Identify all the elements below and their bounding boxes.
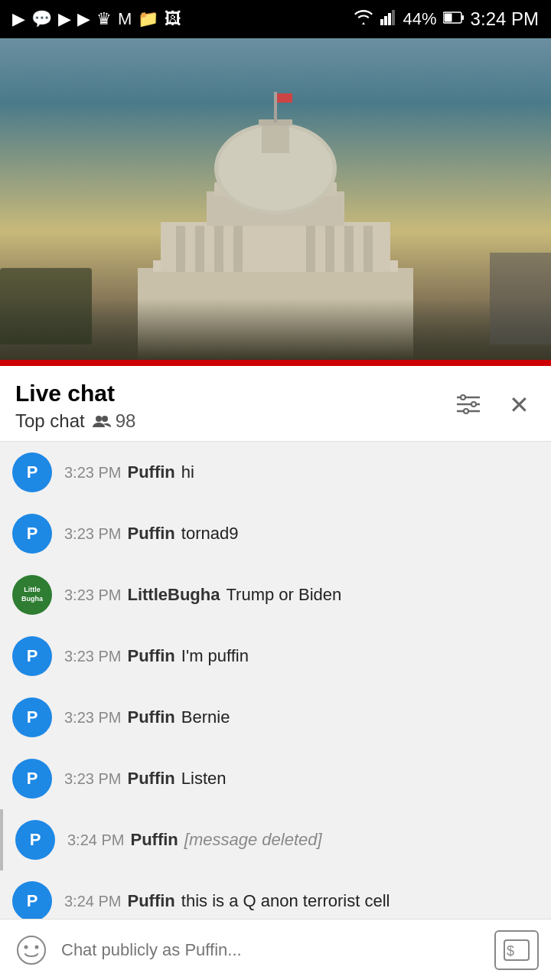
svg-rect-16: [325, 226, 334, 272]
message-text: Trump or Biden: [226, 585, 341, 605]
svg-rect-36: [277, 93, 292, 103]
message-time: 3:23 PM: [64, 586, 121, 604]
chat-bubble-icon: 💬: [31, 9, 52, 29]
message-author: Puffin: [127, 646, 174, 666]
message-time: 3:23 PM: [64, 709, 121, 727]
svg-rect-18: [364, 226, 373, 272]
message-time: 3:24 PM: [64, 893, 121, 910]
svg-rect-0: [380, 19, 383, 25]
header-actions: ✕: [449, 380, 536, 426]
chat-input-bar: $: [0, 919, 551, 980]
svg-text:Bugha: Bugha: [21, 595, 44, 603]
svg-text:$: $: [507, 943, 514, 959]
chat-message: P3:24 PMPuffin[message deleted]: [0, 809, 551, 871]
svg-point-49: [24, 945, 28, 949]
message-time: 3:23 PM: [64, 770, 121, 788]
svg-rect-1: [384, 16, 387, 25]
close-button[interactable]: ✕: [503, 384, 536, 426]
emoji-button[interactable]: [12, 931, 51, 969]
svg-rect-17: [344, 226, 354, 272]
send-button[interactable]: $: [494, 930, 539, 970]
svg-point-38: [102, 416, 108, 422]
svg-rect-15: [306, 226, 315, 272]
chat-message: P3:23 PMPuffinI'm puffin: [0, 626, 551, 687]
live-chat-header: Live chat Top chat 98: [0, 366, 551, 442]
emoji-icon: [16, 935, 47, 965]
avatar: Little Bugha: [12, 575, 52, 615]
battery-percent: 44%: [403, 9, 437, 29]
signal-icon: [380, 8, 397, 30]
message-text: Listen: [181, 769, 227, 789]
avatar: P: [12, 697, 52, 737]
video-player[interactable]: [0, 38, 551, 360]
svg-point-44: [464, 409, 468, 413]
message-author: Puffin: [127, 769, 174, 789]
chat-message: Little Bugha 3:23 PMLittleBughaTrump or …: [0, 564, 551, 626]
svg-point-48: [18, 936, 45, 964]
avatar: P: [12, 881, 52, 921]
svg-rect-3: [392, 10, 395, 25]
chat-message: P3:23 PMPuffinhi: [0, 442, 551, 503]
top-chat-row: Top chat 98: [15, 410, 135, 432]
live-chat-title: Live chat: [15, 380, 135, 407]
svg-point-43: [471, 402, 476, 407]
svg-rect-33: [262, 122, 289, 153]
svg-point-50: [35, 945, 39, 949]
svg-point-42: [461, 395, 465, 400]
message-time: 3:24 PM: [67, 831, 124, 849]
svg-rect-35: [274, 92, 277, 122]
viewer-icon: [93, 413, 111, 429]
message-author: LittleBugha: [127, 585, 220, 605]
youtube2-icon: ▶: [58, 9, 71, 29]
chat-message: P3:23 PMPuffinBernie: [0, 687, 551, 748]
video-progress-bar[interactable]: [0, 360, 551, 366]
filter-icon: [455, 393, 481, 416]
mastodon-icon: M: [118, 9, 132, 29]
svg-rect-14: [233, 226, 243, 272]
message-text: Bernie: [181, 707, 230, 727]
svg-point-37: [96, 416, 102, 422]
status-time: 3:24 PM: [471, 8, 539, 30]
message-text: I'm puffin: [181, 646, 249, 666]
message-content: 3:23 PMPuffinBernie: [64, 707, 539, 727]
status-bar: ▶ 💬 ▶ ▶ ♛ M 📁 🖼 44%: [0, 0, 551, 38]
avatar: P: [12, 759, 52, 799]
top-chat-label[interactable]: Top chat: [15, 410, 85, 432]
chat-header-left: Live chat Top chat 98: [15, 380, 135, 432]
svg-rect-5: [461, 15, 464, 20]
message-text: [message deleted]: [184, 830, 322, 850]
message-content: 3:23 PMPuffinListen: [64, 769, 539, 789]
message-content: 3:23 PMLittleBughaTrump or Biden: [64, 585, 539, 605]
status-icons-left: ▶ 💬 ▶ ▶ ♛ M 📁 🖼: [12, 9, 181, 29]
folder-icon: 📁: [138, 9, 158, 29]
message-text: this is a Q anon terrorist cell: [181, 891, 390, 911]
message-time: 3:23 PM: [64, 648, 121, 665]
message-author: Puffin: [127, 891, 174, 911]
chat-message: P3:23 PMPuffintornad9: [0, 503, 551, 564]
crown-icon: ♛: [96, 9, 112, 29]
status-icons-right: 44% 3:24 PM: [353, 8, 539, 30]
svg-rect-12: [195, 226, 204, 272]
message-time: 3:23 PM: [64, 525, 121, 543]
viewer-count: 98: [93, 410, 136, 432]
message-content: 3:24 PMPuffin[message deleted]: [67, 830, 539, 850]
avatar: P: [12, 636, 52, 676]
message-author: Puffin: [127, 524, 174, 544]
message-author: Puffin: [127, 462, 174, 482]
svg-rect-11: [176, 226, 185, 272]
svg-rect-2: [388, 13, 391, 25]
chat-list: P3:23 PMPuffinhiP3:23 PMPuffintornad9 Li…: [0, 442, 551, 932]
viewer-count-number: 98: [116, 410, 136, 432]
send-icon: $: [503, 939, 530, 962]
avatar: P: [12, 452, 52, 492]
chat-input-field[interactable]: [61, 940, 484, 960]
chat-message: P3:23 PMPuffinListen: [0, 748, 551, 809]
filter-button[interactable]: [449, 387, 487, 424]
image-icon: 🖼: [165, 9, 181, 29]
message-text: hi: [181, 462, 194, 482]
message-time: 3:23 PM: [64, 464, 121, 482]
svg-text:Little: Little: [24, 586, 41, 593]
avatar: P: [15, 820, 55, 860]
avatar: P: [12, 514, 52, 554]
battery-icon: [443, 9, 465, 29]
